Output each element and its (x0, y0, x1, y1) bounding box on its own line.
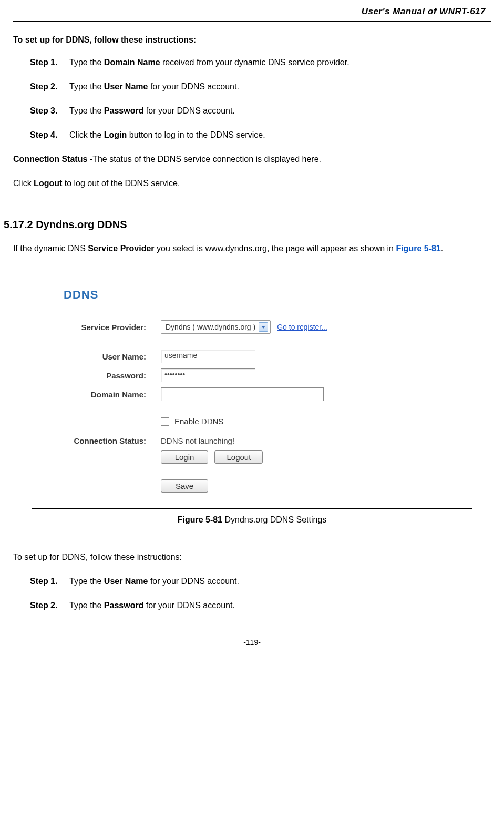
username-input[interactable]: username (161, 350, 255, 363)
panel-title: DDNS (64, 288, 461, 302)
step-text: Type the User Name for your DDNS account… (69, 575, 491, 588)
step-label: Step 1. (30, 575, 69, 588)
logout-para: Click Logout to log out of the DDNS serv… (13, 177, 491, 190)
step-label: Step 4. (30, 129, 69, 141)
connection-status-label: Connection Status: (58, 436, 161, 445)
service-provider-dropdown[interactable]: Dyndns ( www.dyndns.org ) (161, 320, 271, 334)
step-text: Type the Password for your DDNS account. (69, 599, 491, 612)
step-label: Step 1. (30, 56, 69, 69)
password-label: Password: (58, 371, 161, 380)
enable-ddns-label: Enable DDNS (174, 417, 223, 426)
login-logout-row: Login Logout (161, 450, 461, 464)
register-link[interactable]: Go to register... (277, 323, 327, 331)
step-row: Step 2. Type the Password for your DDNS … (30, 599, 491, 612)
connection-status-row: Connection Status: DDNS not launching! (58, 436, 461, 445)
username-label: User Name: (58, 352, 161, 361)
section-heading: 5.17.2 Dyndns.org DDNS (4, 219, 491, 231)
header-title: User's Manual of WNRT-617 (362, 6, 486, 16)
step-label: Step 2. (30, 80, 69, 93)
enable-ddns-row: Enable DDNS (161, 417, 461, 426)
domain-row: Domain Name: (58, 387, 461, 401)
connection-status-para: Connection Status -The status of the DDN… (13, 153, 491, 166)
step-text: Type the Password for your DDNS account. (69, 105, 491, 117)
service-provider-label: Service Provider: (58, 323, 161, 332)
domain-input[interactable] (161, 387, 324, 401)
save-button[interactable]: Save (161, 479, 208, 493)
connection-status-value: DDNS not launching! (161, 436, 234, 445)
logout-button[interactable]: Logout (214, 450, 263, 464)
section2-intro: If the dynamic DNS Service Provider you … (13, 242, 491, 255)
step-label: Step 2. (30, 599, 69, 612)
password-input[interactable]: •••••••• (161, 368, 255, 382)
enable-ddns-checkbox[interactable] (161, 417, 169, 426)
password-row: Password: •••••••• (58, 368, 461, 382)
ddns-screenshot-panel: DDNS Service Provider: Dyndns ( www.dynd… (32, 267, 472, 509)
step-row: Step 4. Click the Login button to log in… (30, 129, 491, 141)
intro-text-1: To set up for DDNS, follow these instruc… (13, 35, 491, 45)
chevron-down-icon[interactable] (259, 322, 268, 332)
page-footer: -119- (13, 638, 491, 657)
page-header: User's Manual of WNRT-617 (13, 0, 491, 22)
login-button[interactable]: Login (161, 450, 208, 464)
step-row: Step 1. Type the User Name for your DDNS… (30, 575, 491, 588)
step-row: Step 2. Type the User Name for your DDNS… (30, 80, 491, 93)
service-provider-row: Service Provider: Dyndns ( www.dyndns.or… (58, 320, 461, 334)
dropdown-value: Dyndns ( www.dyndns.org ) (166, 323, 255, 331)
username-row: User Name: username (58, 350, 461, 363)
dyndns-link[interactable]: www.dyndns.org (205, 244, 267, 253)
step-text: Type the User Name for your DDNS account… (69, 80, 491, 93)
save-row: Save (161, 479, 461, 493)
figure-caption: Figure 5-81 Dyndns.org DDNS Settings (13, 515, 491, 525)
figure-ref: Figure 5-81 (396, 244, 440, 253)
domain-label: Domain Name: (58, 390, 161, 399)
step-row: Step 3. Type the Password for your DDNS … (30, 105, 491, 117)
step-row: Step 1. Type the Domain Name received fr… (30, 56, 491, 69)
intro-text-2: To set up for DDNS, follow these instruc… (13, 551, 491, 564)
step-text: Type the Domain Name received from your … (69, 56, 491, 69)
page-number: -119- (243, 638, 261, 647)
step-label: Step 3. (30, 105, 69, 117)
step-text: Click the Login button to log in to the … (69, 129, 491, 141)
